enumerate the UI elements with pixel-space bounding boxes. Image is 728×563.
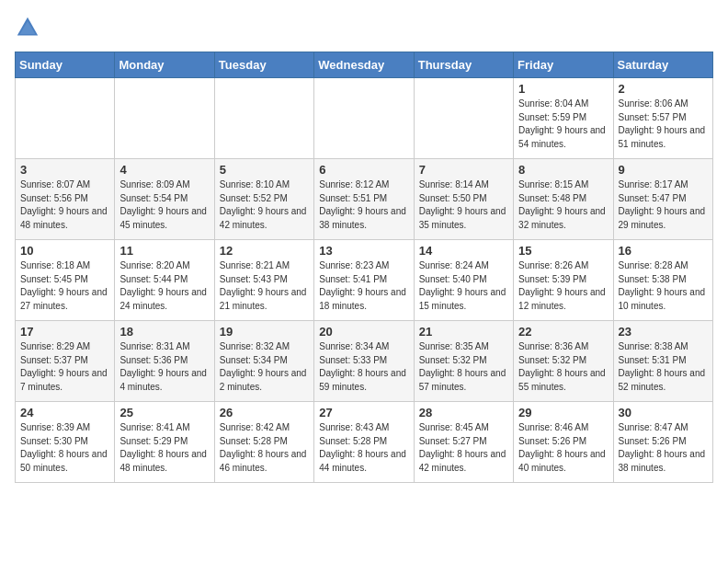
cell-info: Sunrise: 8:47 AM Sunset: 5:26 PM Dayligh… [619, 421, 708, 475]
day-number: 13 [319, 244, 408, 258]
cell-info: Sunrise: 8:04 AM Sunset: 5:59 PM Dayligh… [518, 98, 608, 151]
cell-info: Sunrise: 8:24 AM Sunset: 5:40 PM Dayligh… [419, 259, 508, 313]
cell-info: Sunrise: 8:38 AM Sunset: 5:31 PM Dayligh… [619, 340, 708, 394]
calendar-cell: 13Sunrise: 8:23 AM Sunset: 5:41 PM Dayli… [314, 240, 414, 321]
day-number: 5 [220, 163, 309, 177]
cell-info: Sunrise: 8:45 AM Sunset: 5:27 PM Dayligh… [419, 421, 508, 475]
day-number: 24 [20, 406, 109, 419]
calendar-cell: 11Sunrise: 8:20 AM Sunset: 5:44 PM Dayli… [115, 240, 214, 321]
cell-info: Sunrise: 8:46 AM Sunset: 5:26 PM Dayligh… [518, 421, 608, 475]
calendar-cell: 28Sunrise: 8:45 AM Sunset: 5:27 PM Dayli… [414, 402, 513, 483]
cell-info: Sunrise: 8:36 AM Sunset: 5:32 PM Dayligh… [518, 340, 608, 394]
calendar-cell: 10Sunrise: 8:18 AM Sunset: 5:45 PM Dayli… [16, 240, 115, 321]
day-number: 8 [518, 163, 608, 177]
calendar-cell [115, 78, 214, 159]
day-number: 12 [220, 244, 309, 258]
cell-info: Sunrise: 8:06 AM Sunset: 5:57 PM Dayligh… [619, 98, 708, 151]
calendar-cell [414, 78, 513, 159]
day-number: 10 [20, 244, 109, 258]
cell-info: Sunrise: 8:15 AM Sunset: 5:48 PM Dayligh… [518, 178, 608, 232]
calendar-cell: 22Sunrise: 8:36 AM Sunset: 5:32 PM Dayli… [514, 321, 613, 402]
calendar-cell: 7Sunrise: 8:14 AM Sunset: 5:50 PM Daylig… [414, 159, 513, 240]
day-number: 23 [619, 325, 708, 339]
calendar-cell: 18Sunrise: 8:31 AM Sunset: 5:36 PM Dayli… [115, 321, 214, 402]
cell-info: Sunrise: 8:26 AM Sunset: 5:39 PM Dayligh… [518, 259, 608, 313]
cell-info: Sunrise: 8:10 AM Sunset: 5:52 PM Dayligh… [220, 178, 309, 232]
calendar-cell: 9Sunrise: 8:17 AM Sunset: 5:47 PM Daylig… [613, 159, 712, 240]
calendar-cell: 20Sunrise: 8:34 AM Sunset: 5:33 PM Dayli… [314, 321, 414, 402]
cell-info: Sunrise: 8:35 AM Sunset: 5:32 PM Dayligh… [419, 340, 508, 394]
calendar-cell: 4Sunrise: 8:09 AM Sunset: 5:54 PM Daylig… [115, 159, 214, 240]
header-row: SundayMondayTuesdayWednesdayThursdayFrid… [16, 52, 713, 78]
calendar-week-row: 17Sunrise: 8:29 AM Sunset: 5:37 PM Dayli… [16, 321, 713, 402]
day-of-week-header: Thursday [414, 52, 513, 78]
calendar-cell: 24Sunrise: 8:39 AM Sunset: 5:30 PM Dayli… [16, 402, 115, 483]
cell-info: Sunrise: 8:43 AM Sunset: 5:28 PM Dayligh… [319, 421, 408, 475]
day-number: 7 [419, 163, 508, 177]
calendar-body: 1Sunrise: 8:04 AM Sunset: 5:59 PM Daylig… [16, 78, 713, 483]
day-number: 1 [518, 82, 608, 96]
day-number: 2 [619, 82, 708, 96]
calendar-cell: 23Sunrise: 8:38 AM Sunset: 5:31 PM Dayli… [613, 321, 712, 402]
calendar-cell: 2Sunrise: 8:06 AM Sunset: 5:57 PM Daylig… [613, 78, 712, 159]
calendar-week-row: 1Sunrise: 8:04 AM Sunset: 5:59 PM Daylig… [16, 78, 713, 159]
calendar-week-row: 10Sunrise: 8:18 AM Sunset: 5:45 PM Dayli… [16, 240, 713, 321]
logo [15, 15, 44, 40]
calendar-cell [16, 78, 115, 159]
day-number: 6 [319, 163, 408, 177]
day-number: 11 [119, 244, 209, 258]
day-number: 19 [220, 325, 309, 339]
day-of-week-header: Tuesday [214, 52, 313, 78]
day-number: 29 [518, 406, 608, 419]
calendar-cell: 27Sunrise: 8:43 AM Sunset: 5:28 PM Dayli… [314, 402, 414, 483]
day-number: 9 [619, 163, 708, 177]
cell-info: Sunrise: 8:18 AM Sunset: 5:45 PM Dayligh… [20, 259, 109, 313]
cell-info: Sunrise: 8:39 AM Sunset: 5:30 PM Dayligh… [20, 421, 109, 475]
cell-info: Sunrise: 8:09 AM Sunset: 5:54 PM Dayligh… [119, 178, 209, 232]
day-number: 30 [619, 406, 708, 419]
calendar-cell: 30Sunrise: 8:47 AM Sunset: 5:26 PM Dayli… [613, 402, 712, 483]
day-number: 15 [518, 244, 608, 258]
page-header [15, 15, 713, 40]
day-number: 22 [518, 325, 608, 339]
calendar-cell: 29Sunrise: 8:46 AM Sunset: 5:26 PM Dayli… [514, 402, 613, 483]
day-number: 3 [20, 163, 109, 177]
calendar-cell: 8Sunrise: 8:15 AM Sunset: 5:48 PM Daylig… [514, 159, 613, 240]
calendar-week-row: 3Sunrise: 8:07 AM Sunset: 5:56 PM Daylig… [16, 159, 713, 240]
calendar-cell: 19Sunrise: 8:32 AM Sunset: 5:34 PM Dayli… [214, 321, 313, 402]
day-number: 27 [319, 406, 408, 419]
cell-info: Sunrise: 8:41 AM Sunset: 5:29 PM Dayligh… [119, 421, 209, 475]
cell-info: Sunrise: 8:17 AM Sunset: 5:47 PM Dayligh… [619, 178, 708, 232]
cell-info: Sunrise: 8:23 AM Sunset: 5:41 PM Dayligh… [319, 259, 408, 313]
cell-info: Sunrise: 8:14 AM Sunset: 5:50 PM Dayligh… [419, 178, 508, 232]
calendar-cell: 12Sunrise: 8:21 AM Sunset: 5:43 PM Dayli… [214, 240, 313, 321]
day-of-week-header: Sunday [16, 52, 115, 78]
cell-info: Sunrise: 8:20 AM Sunset: 5:44 PM Dayligh… [119, 259, 209, 313]
calendar-cell: 6Sunrise: 8:12 AM Sunset: 5:51 PM Daylig… [314, 159, 414, 240]
cell-info: Sunrise: 8:42 AM Sunset: 5:28 PM Dayligh… [220, 421, 309, 475]
day-of-week-header: Monday [115, 52, 214, 78]
calendar-cell: 16Sunrise: 8:28 AM Sunset: 5:38 PM Dayli… [613, 240, 712, 321]
calendar-cell: 1Sunrise: 8:04 AM Sunset: 5:59 PM Daylig… [514, 78, 613, 159]
cell-info: Sunrise: 8:32 AM Sunset: 5:34 PM Dayligh… [220, 340, 309, 394]
calendar-cell: 3Sunrise: 8:07 AM Sunset: 5:56 PM Daylig… [16, 159, 115, 240]
day-of-week-header: Wednesday [314, 52, 414, 78]
logo-icon [15, 15, 40, 40]
day-number: 17 [20, 325, 109, 339]
day-number: 18 [119, 325, 209, 339]
cell-info: Sunrise: 8:34 AM Sunset: 5:33 PM Dayligh… [319, 340, 408, 394]
calendar-cell [214, 78, 313, 159]
day-number: 26 [220, 406, 309, 419]
cell-info: Sunrise: 8:28 AM Sunset: 5:38 PM Dayligh… [619, 259, 708, 313]
day-number: 16 [619, 244, 708, 258]
day-number: 4 [119, 163, 209, 177]
day-of-week-header: Friday [514, 52, 613, 78]
cell-info: Sunrise: 8:29 AM Sunset: 5:37 PM Dayligh… [20, 340, 109, 394]
calendar-cell: 17Sunrise: 8:29 AM Sunset: 5:37 PM Dayli… [16, 321, 115, 402]
day-number: 25 [119, 406, 209, 419]
calendar-cell: 15Sunrise: 8:26 AM Sunset: 5:39 PM Dayli… [514, 240, 613, 321]
cell-info: Sunrise: 8:07 AM Sunset: 5:56 PM Dayligh… [20, 178, 109, 232]
calendar-cell: 25Sunrise: 8:41 AM Sunset: 5:29 PM Dayli… [115, 402, 214, 483]
day-number: 14 [419, 244, 508, 258]
cell-info: Sunrise: 8:21 AM Sunset: 5:43 PM Dayligh… [220, 259, 309, 313]
